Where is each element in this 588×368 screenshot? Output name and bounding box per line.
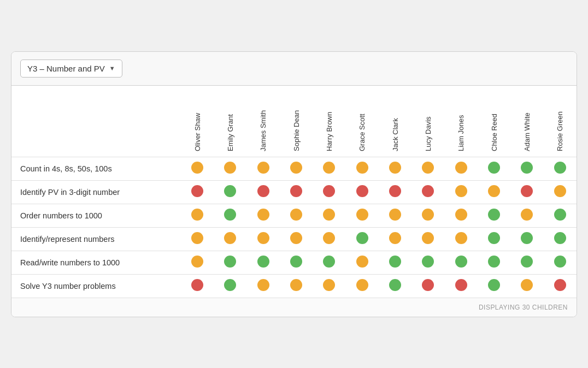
orange-dot xyxy=(455,232,467,244)
red-dot xyxy=(422,185,434,197)
dot-cell xyxy=(214,251,246,274)
dot-cell xyxy=(510,227,543,251)
orange-dot xyxy=(257,209,269,221)
table-row: Identify/represent numbers xyxy=(11,227,577,251)
green-dot xyxy=(554,162,566,174)
red-dot xyxy=(191,185,203,197)
dropdown-label: Y3 – Number and PV xyxy=(27,64,105,73)
orange-dot xyxy=(323,209,335,221)
green-dot xyxy=(521,162,533,174)
dot-cell xyxy=(181,251,214,274)
orange-dot xyxy=(422,162,434,174)
green-dot xyxy=(488,209,500,221)
orange-dot xyxy=(257,162,269,174)
green-dot xyxy=(290,256,302,268)
dot-cell xyxy=(379,227,411,251)
orange-dot xyxy=(422,209,434,221)
student-header: Liam Jones xyxy=(452,86,469,157)
orange-dot xyxy=(323,232,335,244)
green-dot xyxy=(323,256,335,268)
red-dot xyxy=(323,185,335,197)
orange-dot xyxy=(455,209,467,221)
dot-cell xyxy=(411,227,444,251)
orange-dot xyxy=(389,232,401,244)
dot-cell xyxy=(280,180,313,204)
dot-cell xyxy=(313,180,345,204)
green-dot xyxy=(521,232,533,244)
student-header: Jack Clark xyxy=(387,86,404,157)
orange-dot xyxy=(191,232,203,244)
dot-cell xyxy=(510,251,543,274)
orange-dot xyxy=(191,256,203,268)
dot-cell xyxy=(247,204,280,227)
orange-dot xyxy=(455,162,467,174)
skill-label: Count in 4s, 8s, 50s, 100s xyxy=(11,157,181,180)
dot-cell xyxy=(346,180,379,204)
table-row: Order numbers to 1000 xyxy=(11,204,577,227)
dot-cell xyxy=(214,274,246,298)
dot-cell xyxy=(411,251,444,274)
dot-cell xyxy=(247,180,280,204)
dot-cell xyxy=(247,157,280,180)
orange-dot xyxy=(191,162,203,174)
dot-cell xyxy=(313,251,345,274)
red-dot xyxy=(356,185,368,197)
table-row: Solve Y3 number problems xyxy=(11,274,577,298)
dot-cell xyxy=(247,251,280,274)
table-row: Identify PV in 3-digit number xyxy=(11,180,577,204)
dot-cell xyxy=(411,180,444,204)
dot-cell xyxy=(280,274,313,298)
dot-cell xyxy=(280,251,313,274)
dot-cell xyxy=(478,227,510,251)
dot-cell xyxy=(478,204,510,227)
dot-cell xyxy=(214,157,246,180)
red-dot xyxy=(290,185,302,197)
results-table: Oliver ShawEmily GrantJames SmithSophie … xyxy=(11,86,577,298)
student-header: Harry Brown xyxy=(321,86,338,157)
skill-label: Identify PV in 3-digit number xyxy=(11,180,181,204)
orange-dot xyxy=(356,256,368,268)
student-header: James Smith xyxy=(255,86,272,157)
green-dot xyxy=(422,256,434,268)
dot-cell xyxy=(478,180,510,204)
skill-label: Read/write numbers to 1000 xyxy=(11,251,181,274)
orange-dot xyxy=(356,162,368,174)
student-header: Rosie Green xyxy=(551,86,568,157)
orange-dot xyxy=(290,279,302,291)
dot-cell xyxy=(214,204,246,227)
orange-dot xyxy=(323,279,335,291)
dot-cell xyxy=(445,204,478,227)
dot-cell xyxy=(510,157,543,180)
green-dot xyxy=(554,256,566,268)
displaying-count: DISPLAYING 30 CHILDREN xyxy=(479,304,568,311)
dot-cell xyxy=(445,251,478,274)
dot-cell xyxy=(181,227,214,251)
orange-dot xyxy=(290,209,302,221)
student-header: Lucy Davis xyxy=(420,86,437,157)
dot-cell xyxy=(445,180,478,204)
dot-cell xyxy=(544,251,577,274)
main-card: Y3 – Number and PV ▼ Oliver ShawEmily Gr… xyxy=(11,51,577,317)
topic-dropdown[interactable]: Y3 – Number and PV ▼ xyxy=(20,60,122,78)
orange-dot xyxy=(290,162,302,174)
chevron-down-icon: ▼ xyxy=(109,65,115,72)
green-dot xyxy=(224,256,236,268)
orange-dot xyxy=(356,209,368,221)
green-dot xyxy=(488,279,500,291)
orange-dot xyxy=(521,279,533,291)
orange-dot xyxy=(290,232,302,244)
dot-cell xyxy=(346,204,379,227)
red-dot xyxy=(191,279,203,291)
dot-cell xyxy=(379,157,411,180)
dot-cell xyxy=(544,204,577,227)
orange-dot xyxy=(488,185,500,197)
dot-cell xyxy=(346,251,379,274)
dot-cell xyxy=(280,227,313,251)
green-dot xyxy=(488,162,500,174)
green-dot xyxy=(389,279,401,291)
green-dot xyxy=(224,279,236,291)
orange-dot xyxy=(455,185,467,197)
row-label-header xyxy=(11,86,181,157)
dot-cell xyxy=(445,274,478,298)
green-dot xyxy=(389,256,401,268)
